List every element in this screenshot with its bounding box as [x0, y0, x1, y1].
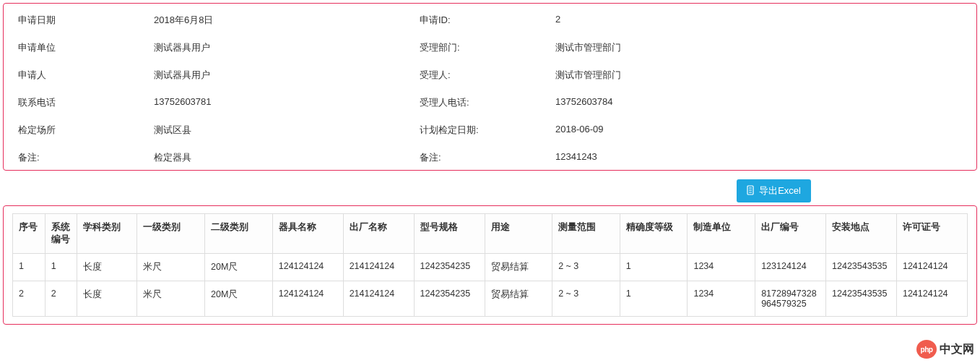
th-sys-no: 系统编号 [45, 214, 77, 254]
label-accept-dept: 受理部门: [420, 41, 550, 54]
table-row: 2 2 长度 米尺 20M尺 124124124 214124124 12423… [13, 281, 968, 317]
cell-usage: 贸易结算 [485, 254, 552, 281]
cell-subject: 长度 [77, 281, 137, 317]
value-apply-id: 2 [555, 14, 962, 27]
value-inspect-location: 测试区县 [154, 124, 414, 137]
cell-range: 2 ~ 3 [552, 281, 620, 317]
th-accuracy: 精确度等级 [620, 214, 688, 254]
cell-serial-no: 123124124 [755, 254, 826, 281]
cell-accuracy: 1 [620, 254, 688, 281]
th-subject: 学科类别 [77, 214, 137, 254]
cell-manufacturer: 1234 [688, 281, 755, 317]
table-panel: 序号 系统编号 学科类别 一级类别 二级类别 器具名称 出厂名称 型号规格 用途… [3, 205, 977, 325]
cell-seq: 2 [13, 281, 45, 317]
cell-model: 1242354235 [414, 281, 485, 317]
label-contact-phone: 联系电话 [18, 96, 148, 109]
cell-license-no: 124124124 [896, 281, 967, 317]
th-serial-no: 出厂编号 [755, 214, 826, 254]
label-inspect-location: 检定场所 [18, 124, 148, 137]
cell-range: 2 ~ 3 [552, 254, 620, 281]
label-remark-right: 备注: [420, 151, 550, 164]
cell-subject: 长度 [77, 254, 137, 281]
table-row: 1 1 长度 米尺 20M尺 124124124 214124124 12423… [13, 254, 968, 281]
export-excel-label: 导出Excel [759, 184, 801, 197]
label-apply-unit: 申请单位 [18, 41, 148, 54]
value-acceptor-phone: 13752603784 [555, 96, 962, 109]
cell-usage: 贸易结算 [485, 281, 552, 317]
th-manufacturer: 制造单位 [688, 214, 755, 254]
cell-install-loc: 12423543535 [826, 254, 897, 281]
cell-name: 124124124 [272, 254, 343, 281]
value-remark-right: 12341243 [555, 151, 962, 164]
cell-manufacturer: 1234 [688, 254, 755, 281]
th-cat2: 二级类别 [205, 214, 273, 254]
label-remark-left: 备注: [18, 151, 148, 164]
label-acceptor-phone: 受理人电话: [420, 96, 550, 109]
th-usage: 用途 [485, 214, 552, 254]
cell-cat2: 20M尺 [205, 254, 273, 281]
th-model: 型号规格 [414, 214, 485, 254]
th-install-loc: 安装地点 [826, 214, 897, 254]
cell-accuracy: 1 [620, 281, 688, 317]
cell-license-no: 124124124 [896, 254, 967, 281]
info-grid: 申请日期 2018年6月8日 申请ID: 2 申请单位 测试器具用户 受理部门:… [18, 14, 962, 164]
th-range: 测量范围 [552, 214, 620, 254]
value-remark-left: 检定器具 [154, 151, 414, 164]
value-apply-date: 2018年6月8日 [154, 14, 414, 27]
cell-install-loc: 12423543535 [826, 281, 897, 317]
cell-factory: 214124124 [343, 281, 414, 317]
th-factory: 出厂名称 [343, 214, 414, 254]
label-plan-date: 计划检定日期: [420, 124, 550, 137]
value-acceptor: 测试市管理部门 [555, 69, 962, 82]
instrument-table: 序号 系统编号 学科类别 一级类别 二级类别 器具名称 出厂名称 型号规格 用途… [12, 213, 968, 317]
label-applicant: 申请人 [18, 69, 148, 82]
cell-serial-no: 81728947328964579325 [755, 281, 826, 317]
cell-cat2: 20M尺 [205, 281, 273, 317]
cell-sys-no: 2 [45, 281, 77, 317]
label-apply-date: 申请日期 [18, 14, 148, 27]
cell-cat1: 米尺 [137, 254, 205, 281]
th-cat1: 一级类别 [137, 214, 205, 254]
value-contact-phone: 13752603781 [154, 96, 414, 109]
cell-model: 1242354235 [414, 254, 485, 281]
value-plan-date: 2018-06-09 [555, 124, 962, 137]
label-acceptor: 受理人: [420, 69, 550, 82]
th-name: 器具名称 [272, 214, 343, 254]
cell-factory: 214124124 [343, 254, 414, 281]
value-apply-unit: 测试器具用户 [154, 41, 414, 54]
cell-name: 124124124 [272, 281, 343, 317]
th-seq: 序号 [13, 214, 45, 254]
export-excel-button[interactable]: 导出Excel [737, 179, 811, 202]
toolbar: 导出Excel [3, 179, 977, 202]
value-applicant: 测试器具用户 [154, 69, 414, 82]
cell-cat1: 米尺 [137, 281, 205, 317]
cell-seq: 1 [13, 254, 45, 281]
table-header-row: 序号 系统编号 学科类别 一级类别 二级类别 器具名称 出厂名称 型号规格 用途… [13, 214, 968, 254]
th-license-no: 许可证号 [896, 214, 967, 254]
cell-sys-no: 1 [45, 254, 77, 281]
file-export-icon [747, 185, 755, 197]
value-accept-dept: 测试市管理部门 [555, 41, 962, 54]
info-panel: 申请日期 2018年6月8日 申请ID: 2 申请单位 测试器具用户 受理部门:… [3, 3, 977, 171]
label-apply-id: 申请ID: [420, 14, 550, 27]
